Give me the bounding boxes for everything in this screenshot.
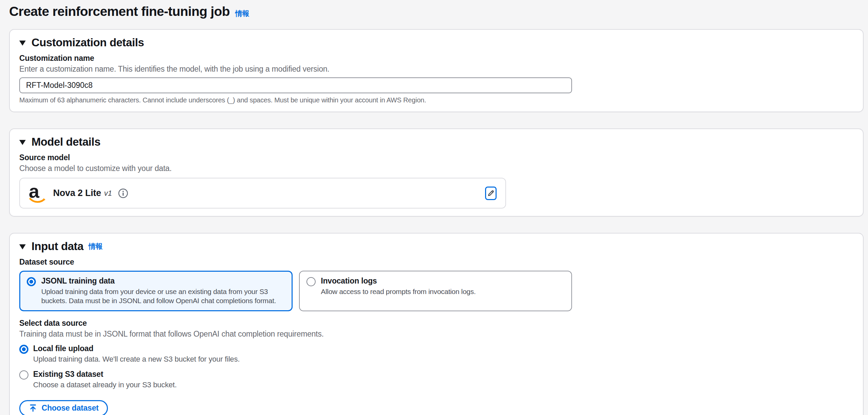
page-title-row: Create reinforcement fine-tuning job 情報	[9, 4, 864, 20]
option-description: Upload training data. We'll create a new…	[33, 355, 240, 364]
pencil-icon	[487, 190, 495, 197]
create-rft-job-page: Create reinforcement fine-tuning job 情報 …	[0, 0, 868, 415]
amazon-logo: a	[29, 183, 46, 204]
radio-existing-s3-dataset[interactable]	[19, 370, 28, 380]
customization-name-input[interactable]	[19, 77, 572, 93]
upload-icon	[29, 404, 37, 412]
collapse-triangle-icon	[19, 41, 26, 46]
section-customization-details: Customization details Customization name…	[9, 29, 864, 112]
model-section-header[interactable]: Model details	[19, 136, 853, 148]
source-model-help: Choose a model to customize with your da…	[19, 164, 853, 173]
model-section-title: Model details	[31, 136, 100, 148]
dataset-source-tiles: JSONL training data Upload training data…	[19, 271, 572, 311]
option-local-file-upload[interactable]: Local file upload Upload training data. …	[19, 344, 853, 364]
customization-name-help: Enter a customization name. This identif…	[19, 65, 853, 74]
tile-label: JSONL training data	[41, 276, 285, 286]
select-data-source-help: Training data must be in JSONL format th…	[19, 329, 853, 339]
collapse-triangle-icon	[19, 244, 26, 249]
select-data-source-label: Select data source	[19, 319, 853, 328]
option-existing-s3-dataset[interactable]: Existing S3 dataset Choose a dataset alr…	[19, 370, 853, 389]
dataset-source-label: Dataset source	[19, 258, 853, 267]
section-input-data: Input data 情報 Dataset source JSONL train…	[9, 233, 864, 415]
page-info-link[interactable]: 情報	[235, 9, 249, 18]
info-icon[interactable]	[118, 188, 128, 198]
tile-jsonl-training-data[interactable]: JSONL training data Upload training data…	[19, 271, 293, 311]
tile-label: Invocation logs	[321, 276, 476, 286]
customization-section-header[interactable]: Customization details	[19, 36, 853, 48]
source-model-label: Source model	[19, 153, 853, 162]
tile-description: Allow access to read prompts from invoca…	[321, 287, 476, 296]
radio-local-file-upload[interactable]	[19, 345, 28, 354]
input-data-section-header[interactable]: Input data 情報	[19, 240, 853, 252]
customization-section-title: Customization details	[31, 36, 144, 49]
choose-dataset-label: Choose dataset	[42, 404, 98, 413]
customization-name-constraint: Maximum of 63 alphanumeric characters. C…	[19, 96, 853, 104]
input-data-info-link[interactable]: 情報	[89, 242, 103, 251]
edit-model-button[interactable]	[485, 187, 497, 200]
option-label: Existing S3 dataset	[33, 370, 177, 379]
model-name: Nova 2 Lite	[53, 188, 101, 198]
source-model-card: a Nova 2 Lite v1	[19, 178, 506, 209]
collapse-triangle-icon	[19, 140, 26, 145]
input-data-section-title: Input data	[31, 240, 84, 253]
choose-dataset-button[interactable]: Choose dataset	[19, 400, 108, 415]
page-title: Create reinforcement fine-tuning job	[9, 4, 230, 19]
tile-description: Upload training data from your device or…	[41, 287, 285, 306]
option-description: Choose a dataset already in your S3 buck…	[33, 381, 177, 389]
section-model-details: Model details Source model Choose a mode…	[9, 128, 864, 217]
radio-invocation-logs[interactable]	[306, 277, 316, 286]
model-version: v1	[104, 189, 112, 198]
option-label: Local file upload	[33, 344, 240, 353]
tile-invocation-logs[interactable]: Invocation logs Allow access to read pro…	[299, 271, 572, 311]
radio-jsonl-training-data[interactable]	[27, 277, 36, 286]
customization-name-label: Customization name	[19, 54, 853, 63]
amazon-smile-arrow	[29, 198, 46, 204]
